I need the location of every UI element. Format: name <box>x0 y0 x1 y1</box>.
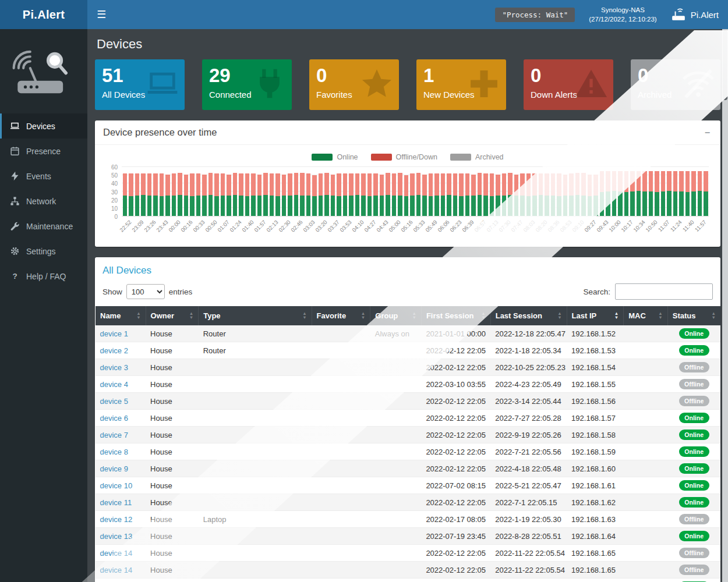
presence-bar <box>538 167 544 216</box>
sidebar-item-maintenance[interactable]: Maintenance <box>0 214 87 239</box>
sort-icon: ▲▼ <box>557 312 561 320</box>
online-segment <box>386 195 390 216</box>
search-input[interactable] <box>615 283 713 300</box>
stat-card-down-alerts[interactable]: 0Down Alerts <box>524 59 613 110</box>
stat-card-new-devices[interactable]: 1New Devices <box>416 59 506 110</box>
presence-bar <box>214 167 220 216</box>
stat-card-connected[interactable]: 29Connected <box>202 59 292 110</box>
column-header-favorite[interactable]: Favorite▲▼ <box>312 306 370 325</box>
column-header-first-session[interactable]: First Session▲▼ <box>421 306 490 325</box>
status-badge: Online <box>679 328 709 339</box>
device-link[interactable]: device 9 <box>100 464 128 473</box>
status-badge: Offline <box>679 565 709 575</box>
sidebar-item-help-faq[interactable]: ?Help / FAQ <box>0 264 87 289</box>
cell-status: Offline <box>667 511 720 528</box>
column-header-name[interactable]: Name▲▼ <box>96 306 146 325</box>
table-row: device 4House2022-03-10 03:552022-4-23 2… <box>96 376 721 393</box>
stat-card-archived[interactable]: 0Archived <box>631 59 720 110</box>
brand-logo[interactable]: Pi.Alert <box>0 0 87 29</box>
column-header-type[interactable]: Type▲▼ <box>199 306 312 325</box>
cell-last_session: 2022-4-18 22:05.48 <box>490 460 567 477</box>
star-icon <box>360 67 394 101</box>
column-header-last-ip[interactable]: Last IP▲▼ <box>567 306 624 325</box>
sidebar-item-network[interactable]: Network <box>0 189 87 214</box>
presence-bar <box>678 167 685 216</box>
y-tick-label: 40 <box>111 180 118 187</box>
device-link[interactable]: device 2 <box>100 346 128 355</box>
presence-bar <box>330 167 336 216</box>
column-header-mac[interactable]: MAC▲▼ <box>624 306 668 325</box>
sort-icon: ▲▼ <box>614 312 619 320</box>
device-link[interactable]: device 3 <box>100 363 128 372</box>
online-segment <box>245 196 250 216</box>
bolt-icon <box>10 171 20 181</box>
sidebar-item-presence[interactable]: Presence <box>0 139 87 164</box>
device-link[interactable]: device 13 <box>100 532 133 541</box>
offline-segment <box>398 173 402 196</box>
offline-segment <box>300 173 305 196</box>
offline-segment <box>673 171 678 191</box>
cell-owner: House <box>146 427 199 443</box>
table-title: All Devices <box>95 257 720 279</box>
device-link[interactable]: device 4 <box>100 380 128 389</box>
page-title: Devices <box>95 29 720 58</box>
presence-bar <box>158 167 165 216</box>
column-label: Type <box>203 311 220 320</box>
presence-bar <box>281 167 287 216</box>
nav-app-link[interactable]: Pi.Alert <box>671 7 719 22</box>
device-link[interactable]: device 6 <box>100 414 128 423</box>
device-link[interactable]: device 1 <box>100 329 128 338</box>
x-tick-label: 23:43 <box>155 219 169 233</box>
cell-first_session: 2022-02-12 22:05 <box>421 545 490 562</box>
presence-bar <box>427 167 434 216</box>
device-link[interactable]: device 10 <box>100 481 133 490</box>
top-navbar: Pi.Alert ☰ "Process: Wait" Synology-NAS … <box>0 0 728 29</box>
offline-segment <box>630 171 635 191</box>
offline-segment <box>404 175 409 196</box>
stat-card-favorites[interactable]: 0Favorites <box>309 59 399 110</box>
cell-mac <box>624 477 668 494</box>
device-link[interactable]: device 8 <box>100 448 128 456</box>
scrollbar-thumb[interactable] <box>723 30 727 100</box>
cell-group <box>370 376 422 393</box>
sidebar-item-settings[interactable]: Settings <box>0 239 87 264</box>
column-header-status[interactable]: Status▲▼ <box>667 306 720 325</box>
presence-bar <box>532 167 538 216</box>
online-segment <box>288 196 292 216</box>
online-segment <box>337 196 341 216</box>
device-link[interactable]: device 5 <box>100 397 128 406</box>
stat-card-all-devices[interactable]: 51All Devices <box>95 59 185 110</box>
device-link[interactable]: device 11 <box>100 498 132 507</box>
cell-name: device 13 <box>96 528 146 545</box>
online-segment <box>416 195 421 216</box>
device-link[interactable]: device 12 <box>100 515 133 524</box>
x-tick-label: 11:24 <box>669 219 683 233</box>
sidebar-item-events[interactable]: Events <box>0 164 87 189</box>
online-segment <box>282 196 287 216</box>
collapse-icon[interactable]: − <box>702 127 712 138</box>
online-segment <box>508 195 513 216</box>
offline-segment <box>520 173 525 196</box>
online-segment <box>434 196 439 216</box>
device-link[interactable]: device 14 <box>100 566 133 574</box>
hamburger-icon[interactable]: ☰ <box>87 0 115 29</box>
device-link[interactable]: device 7 <box>100 431 128 439</box>
column-header-group[interactable]: Group▲▼ <box>370 306 422 325</box>
page-scrollbar[interactable] <box>722 29 728 582</box>
wrench-icon <box>10 221 20 231</box>
cell-group <box>370 477 422 494</box>
cell-last_ip: 192.168.1.59 <box>567 443 624 460</box>
offline-segment <box>141 173 146 194</box>
device-link[interactable]: device 14 <box>100 549 133 558</box>
offline-segment <box>581 173 586 196</box>
column-header-last-session[interactable]: Last Session▲▼ <box>490 306 567 325</box>
online-segment <box>257 196 262 216</box>
page-length-select[interactable]: 100 <box>126 284 165 299</box>
online-segment <box>367 196 372 216</box>
presence-bar <box>373 167 379 216</box>
column-header-owner[interactable]: Owner▲▼ <box>146 306 199 325</box>
sidebar-item-devices[interactable]: Devices <box>0 113 87 139</box>
cell-group <box>370 528 422 545</box>
sort-icon: ▲▼ <box>361 312 365 320</box>
offline-segment <box>496 175 500 196</box>
